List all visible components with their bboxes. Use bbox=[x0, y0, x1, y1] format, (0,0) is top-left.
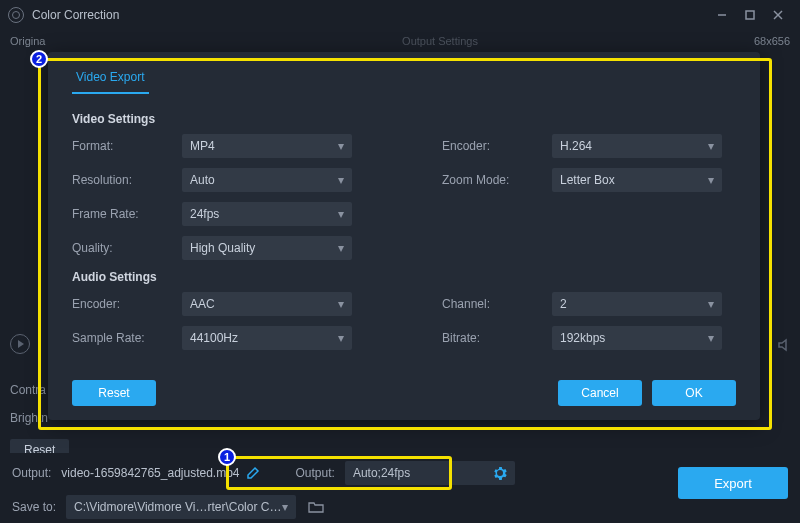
annotation-badge-2: 2 bbox=[30, 50, 48, 68]
bottom-bar: Output: video-1659842765_adjusted.mp4 Ou… bbox=[0, 453, 800, 523]
output-settings-dialog: Video Export Video Settings Format: MP4▾… bbox=[48, 52, 760, 420]
brightness-label: Brightn bbox=[10, 411, 48, 425]
zoom-mode-select[interactable]: Letter Box▾ bbox=[552, 168, 722, 192]
tab-video-export[interactable]: Video Export bbox=[72, 64, 149, 94]
dialog-ok-button[interactable]: OK bbox=[652, 380, 736, 406]
export-button[interactable]: Export bbox=[678, 467, 788, 499]
open-folder-button[interactable] bbox=[308, 500, 324, 514]
bitrate-label: Bitrate: bbox=[442, 331, 542, 345]
output-spec-label: Output: bbox=[296, 466, 335, 480]
top-info-row: Origina Output Settings 68x656 bbox=[0, 30, 800, 52]
chevron-down-icon: ▾ bbox=[708, 139, 714, 153]
video-encoder-select[interactable]: H.264▾ bbox=[552, 134, 722, 158]
format-label: Format: bbox=[72, 139, 172, 153]
chevron-down-icon: ▾ bbox=[338, 207, 344, 221]
format-select[interactable]: MP4▾ bbox=[182, 134, 352, 158]
zoom-mode-label: Zoom Mode: bbox=[442, 173, 542, 187]
quality-select[interactable]: High Quality▾ bbox=[182, 236, 352, 260]
dialog-cancel-button[interactable]: Cancel bbox=[558, 380, 642, 406]
quality-label: Quality: bbox=[72, 241, 172, 255]
output-file-name: video-1659842765_adjusted.mp4 bbox=[61, 466, 239, 480]
samplerate-label: Sample Rate: bbox=[72, 331, 172, 345]
chevron-down-icon: ▾ bbox=[338, 139, 344, 153]
channel-label: Channel: bbox=[442, 297, 542, 311]
output-spec-box[interactable]: Auto;24fps bbox=[345, 461, 515, 485]
annotation-badge-1: 1 bbox=[218, 448, 236, 466]
chevron-down-icon: ▾ bbox=[282, 500, 288, 514]
maximize-button[interactable] bbox=[736, 1, 764, 29]
chevron-down-icon: ▾ bbox=[338, 297, 344, 311]
titlebar: Color Correction bbox=[0, 0, 800, 30]
chevron-down-icon: ▾ bbox=[708, 297, 714, 311]
chevron-down-icon: ▾ bbox=[708, 173, 714, 187]
gear-icon[interactable] bbox=[493, 466, 507, 480]
volume-icon[interactable] bbox=[776, 336, 794, 354]
samplerate-select[interactable]: 44100Hz▾ bbox=[182, 326, 352, 350]
framerate-label: Frame Rate: bbox=[72, 207, 172, 221]
bitrate-select[interactable]: 192kbps▾ bbox=[552, 326, 722, 350]
chevron-down-icon: ▾ bbox=[338, 241, 344, 255]
app-logo-icon bbox=[8, 7, 24, 23]
contrast-label: Contra bbox=[10, 383, 46, 397]
chevron-down-icon: ▾ bbox=[708, 331, 714, 345]
preview-mode-label: Origina bbox=[10, 35, 45, 47]
output-spec-value: Auto;24fps bbox=[353, 466, 410, 480]
rename-output-button[interactable] bbox=[246, 466, 260, 480]
play-icon[interactable] bbox=[10, 334, 30, 354]
chevron-down-icon: ▾ bbox=[338, 173, 344, 187]
channel-select[interactable]: 2▾ bbox=[552, 292, 722, 316]
chevron-down-icon: ▾ bbox=[338, 331, 344, 345]
audio-encoder-label: Encoder: bbox=[72, 297, 172, 311]
dimensions-readout: 68x656 bbox=[754, 35, 790, 47]
close-button[interactable] bbox=[764, 1, 792, 29]
framerate-select[interactable]: 24fps▾ bbox=[182, 202, 352, 226]
svg-rect-1 bbox=[746, 11, 754, 19]
video-settings-header: Video Settings bbox=[72, 112, 736, 126]
audio-encoder-select[interactable]: AAC▾ bbox=[182, 292, 352, 316]
resolution-label: Resolution: bbox=[72, 173, 172, 187]
saveto-path-value: C:\Vidmore\Vidmore Vi…rter\Color Correct… bbox=[74, 500, 282, 514]
saveto-label: Save to: bbox=[12, 500, 56, 514]
window-title: Color Correction bbox=[32, 8, 119, 22]
audio-settings-header: Audio Settings bbox=[72, 270, 736, 284]
saveto-path-select[interactable]: C:\Vidmore\Vidmore Vi…rter\Color Correct… bbox=[66, 495, 296, 519]
dialog-subtitle: Output Settings bbox=[402, 35, 478, 47]
resolution-select[interactable]: Auto▾ bbox=[182, 168, 352, 192]
output-file-label: Output: bbox=[12, 466, 51, 480]
encoder-label: Encoder: bbox=[442, 139, 542, 153]
dialog-reset-button[interactable]: Reset bbox=[72, 380, 156, 406]
minimize-button[interactable] bbox=[708, 1, 736, 29]
